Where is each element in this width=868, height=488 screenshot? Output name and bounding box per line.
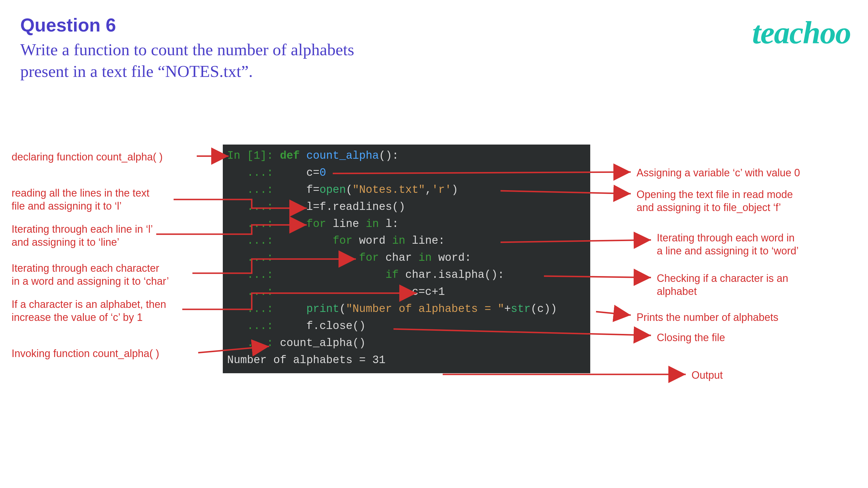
annotation-open-file: Opening the text file in read mode and a… xyxy=(637,188,793,214)
code-line-2: ...: c=0 xyxy=(227,164,586,182)
header: Question 6 Write a function to count the… xyxy=(20,14,848,83)
annotation-increment: If a character is an alphabet, then incr… xyxy=(11,298,166,324)
code-line-8: ...: if char.isalpha(): xyxy=(227,266,586,284)
annotation-iter-word: Iterating through each word in a line an… xyxy=(657,231,799,257)
annotation-iter-char: Iterating through each character in a wo… xyxy=(11,262,169,288)
question-line2: present in a text file “NOTES.txt”. xyxy=(20,62,253,80)
annotation-readlines: reading all the lines in the text file a… xyxy=(11,187,149,213)
code-line-4: ...: l=f.readlines() xyxy=(227,199,586,216)
annotation-declare-fn: declaring function count_alpha( ) xyxy=(11,150,163,163)
annotation-iter-line: Iterating through each line in ‘l’ and a… xyxy=(11,223,153,249)
code-output: Number of alphabets = 31 xyxy=(227,352,586,369)
question-text: Write a function to count the number of … xyxy=(20,39,848,83)
teachoo-logo: teachoo xyxy=(752,14,850,51)
annotation-assign-c: Assigning a variable ‘c’ with value 0 xyxy=(637,166,800,179)
annotation-print: Prints the number of alphabets xyxy=(637,311,778,324)
code-line-3: ...: f=open("Notes.txt",'r') xyxy=(227,182,586,199)
code-line-7: ...: for char in word: xyxy=(227,250,586,266)
question-line1: Write a function to count the number of … xyxy=(20,40,354,59)
annotation-isalpha: Checking if a character is an alphabet xyxy=(657,272,788,298)
code-line-10: ...: print("Number of alphabets = "+str(… xyxy=(227,301,586,318)
code-line-5: ...: for line in l: xyxy=(227,216,586,233)
annotation-close: Closing the file xyxy=(657,331,725,344)
code-line-11: ...: f.close() xyxy=(227,318,586,335)
code-line-6: ...: for word in line: xyxy=(227,232,586,250)
annotation-invoke: Invoking function count_alpha( ) xyxy=(11,347,159,360)
code-line-1: In [1]: def count_alpha(): xyxy=(227,148,586,164)
code-line-9: ...: c=c+1 xyxy=(227,284,586,301)
code-block: In [1]: def count_alpha(): ...: c=0 ...:… xyxy=(223,144,590,373)
code-line-12: ...: count_alpha() xyxy=(227,335,586,352)
svg-line-6 xyxy=(596,312,631,315)
question-label: Question 6 xyxy=(20,14,848,36)
annotation-output: Output xyxy=(691,368,723,382)
